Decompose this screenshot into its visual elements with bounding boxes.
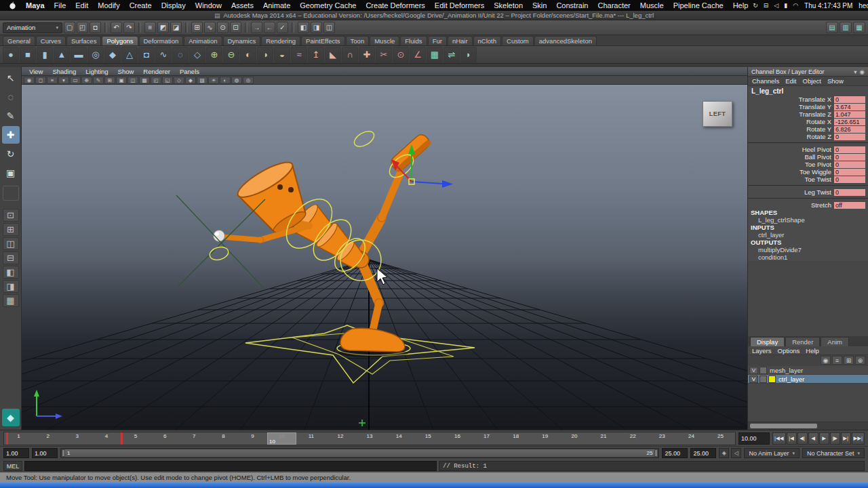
layout-single-pane[interactable]: ⊡ <box>3 209 19 222</box>
shelf-tab[interactable]: Muscle <box>370 36 399 45</box>
channel-value-field[interactable]: 3.674 <box>834 104 865 110</box>
snap-curve-icon[interactable]: ∿ <box>204 22 216 33</box>
snap-plane-icon[interactable]: ⊡ <box>230 22 241 33</box>
poly-pyramid-icon[interactable]: △ <box>121 47 138 63</box>
divider[interactable] <box>185 22 188 33</box>
safe-title-icon[interactable]: ◱ <box>162 77 173 84</box>
channel-label[interactable]: Toe Twist <box>805 176 831 183</box>
layout-outliner-persp[interactable]: ◨ <box>3 280 19 293</box>
poly-torus-icon[interactable]: ◎ <box>87 47 104 63</box>
menubar-item[interactable]: Skeleton <box>489 1 528 9</box>
move-tool[interactable]: ✚ <box>2 126 20 144</box>
timeline-playhead[interactable]: 10 <box>267 432 296 445</box>
shelf-tab[interactable]: Dynamics <box>223 36 261 45</box>
shelf-tab[interactable]: Polygons <box>102 36 138 45</box>
menubar-item[interactable]: Edit Deformers <box>430 1 489 9</box>
viewport-menu-item[interactable]: Panels <box>175 68 204 75</box>
channel-label[interactable]: Translate Z <box>799 110 831 118</box>
playback-speed-icon[interactable]: ◈ <box>719 448 729 458</box>
channel-box-tree-row[interactable]: SHAPES <box>748 209 868 216</box>
viewport-menu-item[interactable]: Shading <box>47 68 81 75</box>
quad-draw-icon[interactable]: ▦ <box>427 47 443 63</box>
shelf-tab[interactable]: Deformation <box>139 36 184 45</box>
channel-box-toggle-icon[interactable]: ▦ <box>853 22 865 33</box>
channel-value-field[interactable]: 1.047 <box>834 111 865 118</box>
shelf-tab[interactable]: advancedSkeleton <box>534 36 597 45</box>
playback-start-field[interactable]: 1.00 <box>32 448 58 458</box>
layer-visibility-toggle[interactable]: V <box>749 367 758 374</box>
extrude-icon[interactable]: ↥ <box>308 47 324 63</box>
layout-three-pane-top[interactable]: ◧ <box>3 266 19 279</box>
apple-menu-icon[interactable] <box>4 1 21 9</box>
layout-two-pane-stacked[interactable]: ⊟ <box>3 251 19 264</box>
shelf-tab[interactable]: Rendering <box>261 36 300 45</box>
divider[interactable] <box>138 22 141 33</box>
video-progress-bar[interactable] <box>0 483 868 488</box>
xray-icon[interactable]: ◍ <box>231 77 242 84</box>
select-object-icon[interactable]: ◩ <box>157 22 169 33</box>
channel-label[interactable]: Heel Pivot <box>802 146 831 153</box>
channel-label[interactable]: Ball Pivot <box>804 153 831 161</box>
2d-pan-zoom-icon[interactable]: ⊕ <box>81 77 92 84</box>
app-menu-maya[interactable]: Maya <box>21 1 50 9</box>
sound-icon[interactable]: ◁ <box>731 448 741 458</box>
combine-icon[interactable]: ⊕ <box>206 47 222 63</box>
wireframe-icon[interactable]: ◇ <box>174 77 184 84</box>
bridge-icon[interactable]: ∩ <box>342 47 358 63</box>
new-scene-icon[interactable]: ▢ <box>64 22 75 33</box>
display-icon[interactable]: ⊟ <box>764 2 769 9</box>
menubar-item[interactable]: Animate <box>258 1 295 9</box>
channel-speed-icon[interactable]: ▾ <box>854 68 856 75</box>
viewport-menu-item[interactable]: Show <box>113 68 139 75</box>
current-time-field[interactable]: 10.00 <box>738 432 770 445</box>
timeline-track[interactable]: 1234567891011121314151617181920212223242… <box>3 432 736 445</box>
menubar-user[interactable]: heckel <box>859 2 868 9</box>
channel-label[interactable]: Leg Twist <box>804 188 831 196</box>
character-set-dropdown[interactable]: No Character Set ▾ <box>802 448 865 458</box>
go-to-start-button[interactable]: |◀◀ <box>772 432 785 445</box>
select-hierarchy-icon[interactable]: ≡ <box>144 22 156 33</box>
separate-icon[interactable]: ⊖ <box>223 47 239 63</box>
lock-camera-icon[interactable]: ◻ <box>35 77 46 84</box>
menubar-item[interactable]: Geometry Cache <box>295 1 361 9</box>
layer-color-swatch[interactable] <box>768 375 776 383</box>
tool-settings-toggle-icon[interactable]: ▥ <box>840 22 852 33</box>
menubar-item[interactable]: Window <box>191 1 226 9</box>
keyframe-tick[interactable] <box>121 432 123 445</box>
view-cube[interactable]: LEFT <box>703 101 732 127</box>
snap-point-icon[interactable]: ⊙ <box>217 22 229 33</box>
shelf-tab[interactable]: Fur <box>428 36 447 45</box>
time-machine-icon[interactable]: ↻ <box>753 2 758 9</box>
channel-value-field[interactable]: 0 <box>834 146 865 153</box>
shelf-tab[interactable]: General <box>3 36 35 45</box>
scale-tool[interactable]: ▣ <box>2 164 20 182</box>
play-forward-button[interactable]: ▶ <box>819 432 829 445</box>
channel-value-field[interactable]: 0 <box>834 161 865 168</box>
shelf-tab[interactable]: Toon <box>346 36 370 45</box>
paint-effects-icon[interactable]: ◆ <box>2 409 20 426</box>
save-scene-icon[interactable]: ◘ <box>90 22 101 33</box>
channel-label[interactable]: Stretch <box>811 201 831 209</box>
channel-label[interactable]: Toe Pivot <box>805 161 831 168</box>
shelf-tab[interactable]: Custom <box>502 36 534 45</box>
viewport-menu-item[interactable]: Lighting <box>81 68 113 75</box>
menubar-item[interactable]: Skin <box>528 1 551 9</box>
isolate-select-icon[interactable]: ◎ <box>243 77 254 84</box>
bevel-icon[interactable]: ◣ <box>325 47 341 63</box>
channel-box-tree-row[interactable]: condition1 <box>748 253 868 261</box>
menubar-item[interactable]: Help <box>728 1 753 9</box>
multi-cut-icon[interactable]: ✂ <box>376 47 392 63</box>
layer-row[interactable]: V ctrl_layer <box>748 375 868 384</box>
crease-icon[interactable]: ∠ <box>410 47 426 63</box>
menubar-item[interactable]: Pipeline Cache <box>669 1 728 9</box>
select-tool[interactable]: ↖ <box>2 69 20 87</box>
layer-editor-menu-item[interactable]: Options <box>778 347 800 354</box>
sort-layers-icon[interactable]: ≡ <box>832 356 842 365</box>
select-camera-icon[interactable]: ◉ <box>24 77 35 84</box>
anim-layer-dropdown[interactable]: No Anim Layer ▾ <box>744 448 800 458</box>
lights-icon[interactable]: ☀ <box>208 77 219 84</box>
select-component-icon[interactable]: ◪ <box>170 22 182 33</box>
layer-row[interactable]: V mesh_layer <box>748 366 868 375</box>
menubar-item[interactable]: Assets <box>226 1 258 9</box>
layer-editor-menu-item[interactable]: Help <box>806 347 819 354</box>
